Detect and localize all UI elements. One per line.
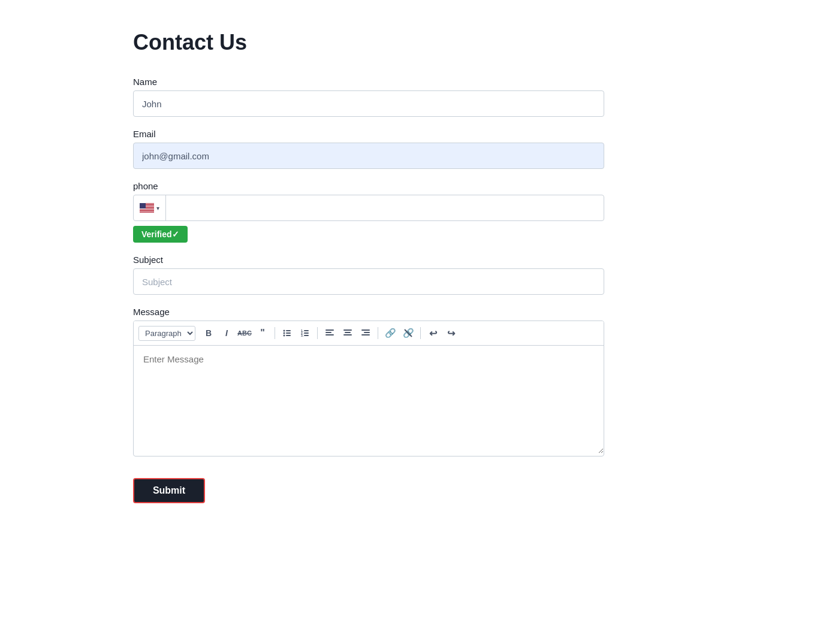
align-right-button[interactable] bbox=[357, 325, 374, 341]
link-button[interactable]: 🔗 bbox=[382, 325, 399, 341]
phone-label: phone bbox=[133, 181, 607, 191]
rich-editor-wrapper: Paragraph B I ABC " bbox=[133, 321, 604, 456]
contact-form: Contact Us Name Email phone ▾ Verified✓ … bbox=[133, 30, 607, 503]
phone-input[interactable] bbox=[166, 203, 604, 213]
name-field-group: Name bbox=[133, 77, 607, 117]
svg-rect-16 bbox=[345, 332, 351, 333]
undo-button[interactable]: ↩ bbox=[424, 325, 441, 341]
name-input[interactable] bbox=[133, 90, 604, 117]
svg-rect-13 bbox=[325, 332, 331, 333]
chevron-down-icon: ▾ bbox=[156, 205, 159, 211]
message-field-group: Message Paragraph B I ABC " bbox=[133, 307, 607, 456]
phone-field-group: phone ▾ Verified✓ bbox=[133, 181, 607, 243]
svg-rect-15 bbox=[343, 329, 352, 331]
svg-rect-5 bbox=[286, 335, 291, 336]
svg-rect-19 bbox=[364, 332, 370, 333]
svg-rect-3 bbox=[286, 332, 291, 334]
paragraph-select[interactable]: Paragraph bbox=[138, 326, 195, 341]
svg-rect-20 bbox=[361, 334, 370, 335]
subject-field-group: Subject bbox=[133, 255, 607, 295]
align-left-button[interactable] bbox=[321, 325, 338, 341]
message-textarea[interactable] bbox=[134, 346, 604, 453]
svg-rect-1 bbox=[286, 330, 291, 331]
svg-rect-9 bbox=[304, 332, 309, 334]
page-title: Contact Us bbox=[133, 30, 607, 55]
message-label: Message bbox=[133, 307, 607, 317]
submit-button[interactable]: Submit bbox=[133, 478, 205, 503]
svg-point-2 bbox=[284, 332, 285, 334]
toolbar-divider-3 bbox=[378, 327, 378, 339]
svg-point-4 bbox=[284, 335, 285, 337]
italic-button[interactable]: I bbox=[218, 325, 235, 341]
ordered-list-button[interactable]: 1. 2. 3. bbox=[297, 325, 313, 341]
align-center-button[interactable] bbox=[339, 325, 356, 341]
strikethrough-button[interactable]: ABC bbox=[236, 325, 253, 341]
svg-rect-17 bbox=[343, 334, 352, 335]
svg-rect-11 bbox=[304, 335, 309, 336]
bold-button[interactable]: B bbox=[200, 325, 217, 341]
email-field-group: Email bbox=[133, 129, 607, 169]
svg-rect-18 bbox=[361, 329, 370, 331]
svg-text:3.: 3. bbox=[301, 334, 304, 337]
name-label: Name bbox=[133, 77, 607, 87]
redo-button[interactable]: ↪ bbox=[442, 325, 459, 341]
email-label: Email bbox=[133, 129, 607, 139]
toolbar-divider-4 bbox=[420, 327, 421, 339]
verified-badge: Verified✓ bbox=[133, 226, 188, 243]
email-input[interactable] bbox=[133, 143, 604, 169]
svg-rect-7 bbox=[304, 330, 309, 331]
phone-wrapper: ▾ bbox=[133, 195, 604, 221]
unordered-list-button[interactable] bbox=[279, 325, 296, 341]
subject-input[interactable] bbox=[133, 268, 604, 295]
unlink-button[interactable]: 🔗 bbox=[400, 325, 417, 341]
svg-rect-14 bbox=[325, 334, 334, 335]
subject-label: Subject bbox=[133, 255, 607, 265]
toolbar-divider-1 bbox=[275, 327, 275, 339]
toolbar-divider-2 bbox=[317, 327, 318, 339]
svg-point-0 bbox=[284, 330, 285, 332]
phone-flag-selector[interactable]: ▾ bbox=[134, 195, 166, 220]
svg-line-21 bbox=[405, 329, 412, 337]
svg-rect-12 bbox=[325, 329, 334, 331]
blockquote-button[interactable]: " bbox=[254, 325, 271, 341]
message-toolbar: Paragraph B I ABC " bbox=[134, 321, 604, 346]
us-flag-icon bbox=[140, 203, 154, 213]
